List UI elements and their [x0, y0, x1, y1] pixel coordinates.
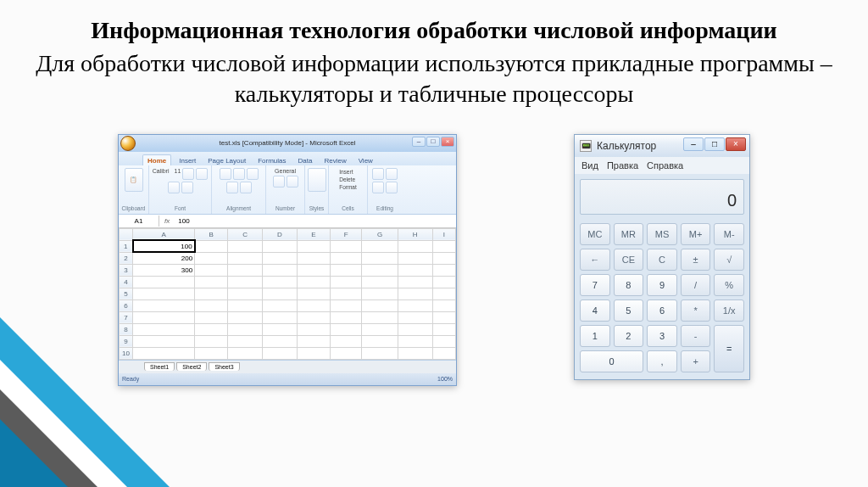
cell[interactable]: 100 [133, 240, 195, 252]
percent-icon[interactable] [287, 176, 298, 188]
col-header[interactable]: G [362, 228, 398, 240]
tab-formulas[interactable]: Formulas [253, 155, 290, 165]
bold-icon[interactable] [182, 168, 194, 180]
merge-icon[interactable] [240, 182, 252, 193]
insert-cells-button[interactable]: Insert [339, 168, 357, 176]
name-box[interactable]: A1 [119, 216, 159, 227]
paste-icon[interactable]: 📋 [125, 168, 143, 192]
wrap-text-icon[interactable] [226, 182, 238, 193]
key-ms[interactable]: MS [647, 223, 677, 245]
tab-view[interactable]: View [354, 155, 377, 165]
sort-icon[interactable] [372, 182, 384, 193]
row-header[interactable]: 8 [120, 323, 133, 335]
key-plus[interactable]: + [681, 350, 711, 372]
maximize-icon[interactable]: □ [704, 137, 725, 151]
key-equals[interactable]: = [714, 325, 744, 372]
row-header[interactable]: 10 [120, 347, 133, 359]
tab-insert[interactable]: Insert [175, 155, 200, 165]
key-6[interactable]: 6 [647, 299, 677, 322]
cell[interactable]: 200 [133, 252, 195, 264]
formula-bar[interactable]: 100 [175, 217, 192, 225]
key-negate[interactable]: ± [681, 249, 711, 271]
cell[interactable]: 300 [133, 264, 195, 276]
align-left-icon[interactable] [220, 168, 231, 180]
row-header[interactable]: 3 [120, 264, 133, 276]
calculator-window: 📟 Калькулятор – □ × Вид Правка Справка 0… [574, 134, 750, 380]
col-header[interactable]: C [228, 228, 263, 240]
key-9[interactable]: 9 [647, 274, 677, 296]
align-right-icon[interactable] [247, 168, 259, 180]
fill-icon[interactable] [386, 168, 398, 180]
key-3[interactable]: 3 [647, 325, 677, 347]
key-1[interactable]: 1 [580, 325, 610, 347]
menu-edit[interactable]: Правка [607, 160, 638, 171]
row-header[interactable]: 1 [120, 240, 133, 252]
key-mminus[interactable]: M- [714, 223, 744, 245]
sheet-tab[interactable]: Sheet1 [144, 362, 175, 371]
key-divide[interactable]: / [681, 274, 711, 296]
tab-data[interactable]: Data [294, 155, 317, 165]
close-icon[interactable]: × [726, 137, 746, 151]
border-icon[interactable] [181, 182, 193, 193]
key-mplus[interactable]: M+ [681, 223, 711, 245]
italic-icon[interactable] [196, 168, 208, 180]
tab-home[interactable]: Home [142, 154, 171, 165]
font-name-selector[interactable]: Calibri [153, 168, 170, 180]
sheet-tab[interactable]: Sheet3 [209, 362, 239, 371]
minimize-icon[interactable]: – [683, 137, 704, 151]
key-7[interactable]: 7 [580, 274, 610, 296]
spreadsheet-grid[interactable]: A B C D E F G H I 1100 2200 3300 4 5 [119, 228, 456, 360]
key-mr[interactable]: MR [614, 223, 644, 245]
row-header[interactable]: 6 [120, 299, 133, 311]
delete-cells-button[interactable]: Delete [339, 176, 357, 183]
autosum-icon[interactable] [372, 168, 384, 180]
row-header[interactable]: 2 [120, 252, 133, 264]
key-ce[interactable]: CE [614, 249, 644, 271]
key-percent[interactable]: % [714, 274, 744, 296]
row-header[interactable]: 7 [120, 311, 133, 323]
menu-view[interactable]: Вид [581, 160, 598, 171]
col-header[interactable]: D [263, 228, 298, 240]
key-4[interactable]: 4 [580, 299, 610, 322]
row-header[interactable]: 4 [120, 276, 133, 288]
key-c[interactable]: C [647, 249, 677, 271]
col-header[interactable]: A [133, 228, 195, 240]
key-backspace[interactable]: ← [580, 249, 610, 271]
zoom-level[interactable]: 100% [437, 376, 453, 382]
col-header[interactable]: F [330, 228, 361, 240]
key-0[interactable]: 0 [580, 350, 643, 372]
col-header[interactable]: I [432, 228, 455, 240]
sheet-tab[interactable]: Sheet2 [176, 362, 207, 371]
key-5[interactable]: 5 [614, 299, 644, 322]
calculator-icon: 📟 [580, 140, 592, 152]
row-header[interactable]: 5 [120, 288, 133, 299]
key-multiply[interactable]: * [681, 299, 711, 322]
currency-icon[interactable] [273, 176, 285, 188]
fx-icon[interactable]: fx [159, 217, 175, 225]
minimize-icon[interactable]: – [412, 137, 426, 147]
row-header[interactable]: 9 [120, 335, 133, 347]
key-8[interactable]: 8 [614, 274, 644, 296]
key-2[interactable]: 2 [614, 325, 644, 347]
number-format-selector[interactable]: General [275, 168, 296, 174]
tab-review[interactable]: Review [320, 155, 350, 165]
office-button-icon[interactable] [120, 136, 136, 151]
col-header[interactable]: H [398, 228, 432, 240]
font-size-selector[interactable]: 11 [175, 168, 181, 180]
key-mc[interactable]: MC [580, 223, 610, 245]
tab-page-layout[interactable]: Page Layout [203, 155, 250, 165]
key-sqrt[interactable]: √ [714, 249, 744, 271]
col-header[interactable]: E [297, 228, 330, 240]
key-reciprocal[interactable]: 1/x [714, 299, 744, 322]
key-decimal[interactable]: , [647, 350, 677, 372]
maximize-icon[interactable]: □ [426, 137, 440, 147]
col-header[interactable]: B [195, 228, 228, 240]
menu-help[interactable]: Справка [647, 160, 683, 171]
format-cells-button[interactable]: Format [339, 183, 357, 191]
underline-icon[interactable] [168, 182, 180, 193]
close-icon[interactable]: × [441, 137, 454, 147]
find-icon[interactable] [386, 182, 398, 193]
styles-icon[interactable] [308, 168, 326, 192]
key-minus[interactable]: - [681, 325, 711, 347]
align-center-icon[interactable] [233, 168, 245, 180]
